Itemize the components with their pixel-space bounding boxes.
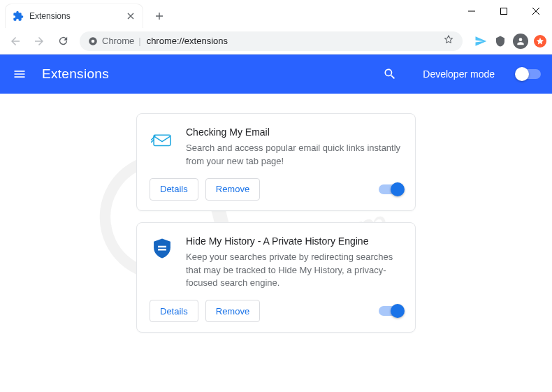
- url-text: chrome://extensions: [147, 36, 228, 46]
- app-header: Extensions Developer mode: [0, 55, 552, 94]
- extension-name: Hide My History - A Private History Engi…: [186, 235, 402, 247]
- extension-description: Keep your searches private by redirectin…: [186, 251, 402, 291]
- window-controls: [456, 0, 552, 22]
- extension-name: Checking My Email: [186, 126, 402, 138]
- remove-button[interactable]: Remove: [205, 300, 260, 322]
- menu-icon[interactable]: [11, 66, 28, 82]
- browser-tab[interactable]: Extensions: [6, 4, 143, 28]
- puzzle-icon: [13, 10, 24, 22]
- svg-point-6: [92, 39, 95, 43]
- tab-label: Extensions: [29, 11, 120, 21]
- extension-description: Search and access popular email quick li…: [186, 142, 402, 168]
- address-bar[interactable]: Chrome | chrome://extensions: [80, 31, 463, 51]
- extension-badge-icon[interactable]: [534, 35, 546, 48]
- reload-button[interactable]: [53, 31, 73, 51]
- shield-icon[interactable]: [493, 34, 507, 48]
- page-title: Extensions: [42, 66, 368, 82]
- close-icon[interactable]: [126, 11, 136, 21]
- maximize-button[interactable]: [488, 0, 520, 22]
- svg-rect-7: [154, 135, 170, 145]
- chrome-chip: Chrome |: [88, 36, 141, 46]
- enable-toggle[interactable]: [379, 184, 402, 194]
- close-window-button[interactable]: [520, 0, 552, 22]
- extension-card: Hide My History - A Private History Engi…: [136, 222, 416, 333]
- extension-card: Checking My Email Search and access popu…: [136, 113, 416, 211]
- back-button[interactable]: [6, 31, 25, 51]
- minimize-button[interactable]: [456, 0, 488, 22]
- remove-button[interactable]: Remove: [205, 178, 260, 201]
- chip-label: Chrome: [102, 36, 134, 46]
- forward-button[interactable]: [29, 31, 49, 51]
- new-tab-button[interactable]: [150, 6, 169, 26]
- nav-bar: Chrome | chrome://extensions: [0, 28, 552, 55]
- details-button[interactable]: Details: [150, 300, 198, 322]
- history-shield-icon: [150, 237, 175, 262]
- search-icon[interactable]: [382, 66, 398, 82]
- details-button[interactable]: Details: [150, 178, 198, 201]
- send-icon[interactable]: [474, 34, 488, 48]
- enable-toggle[interactable]: [379, 306, 402, 316]
- title-bar: Extensions: [0, 0, 552, 28]
- extension-actions: [470, 34, 546, 49]
- developer-mode-toggle[interactable]: [517, 69, 541, 79]
- extensions-list: Checking My Email Search and access popu…: [0, 94, 552, 392]
- bookmark-star-icon[interactable]: [443, 34, 454, 48]
- svg-rect-4: [501, 8, 507, 15]
- profile-avatar-icon[interactable]: [513, 34, 528, 49]
- developer-mode-label: Developer mode: [423, 68, 495, 80]
- envelope-icon: [150, 128, 175, 153]
